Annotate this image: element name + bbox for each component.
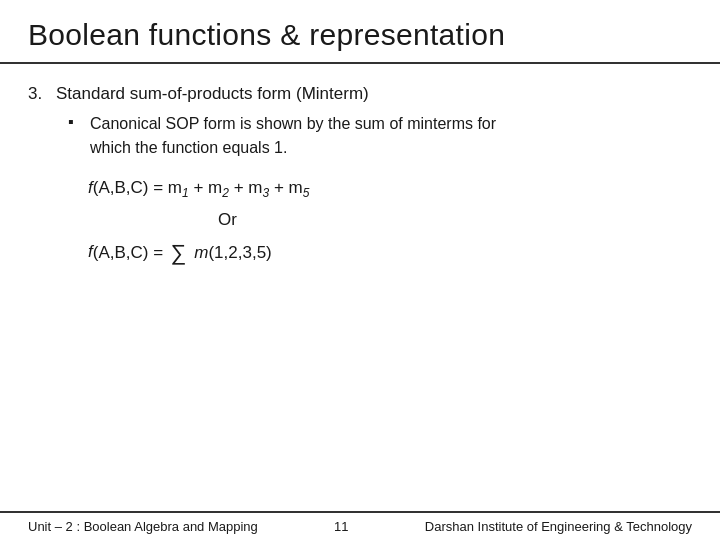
equations-block: f(A,B,C) = m1 + m2 + m3 + m5 Or f(A,B,C)… — [88, 178, 692, 266]
footer-page-number: 11 — [334, 519, 348, 534]
or-label: Or — [218, 210, 237, 230]
item-number: 3. — [28, 84, 56, 104]
numbered-item-3: 3. Standard sum-of-products form (Minter… — [28, 84, 692, 104]
eq2-content: f(A,B,C) = ∑ m(1,2,3,5) — [88, 240, 272, 266]
title-bar: Boolean functions & representation — [0, 0, 720, 64]
slide-title: Boolean functions & representation — [28, 18, 505, 51]
eq1-lhs: f(A,B,C) = m1 + m2 + m3 + m5 — [88, 178, 309, 200]
footer-right: Darshan Institute of Engineering & Techn… — [425, 519, 692, 534]
footer-left: Unit – 2 : Boolean Algebra and Mapping — [28, 519, 258, 534]
sub-text-block: Canonical SOP form is shown by the sum o… — [90, 112, 496, 160]
slide: Boolean functions & representation 3. St… — [0, 0, 720, 540]
equation-2: f(A,B,C) = ∑ m(1,2,3,5) — [88, 240, 272, 266]
sub-bullet: ▪ — [68, 113, 86, 131]
content-area: 3. Standard sum-of-products form (Minter… — [0, 74, 720, 511]
footer: Unit – 2 : Boolean Algebra and Mapping 1… — [0, 511, 720, 540]
sub-item-canonical: ▪ Canonical SOP form is shown by the sum… — [68, 112, 692, 160]
sub-text-line1: Canonical SOP form is shown by the sum o… — [90, 115, 496, 132]
item-label: Standard sum-of-products form (Minterm) — [56, 84, 369, 104]
sub-text-line2: which the function equals 1. — [90, 139, 287, 156]
equation-1: f(A,B,C) = m1 + m2 + m3 + m5 — [88, 178, 309, 200]
